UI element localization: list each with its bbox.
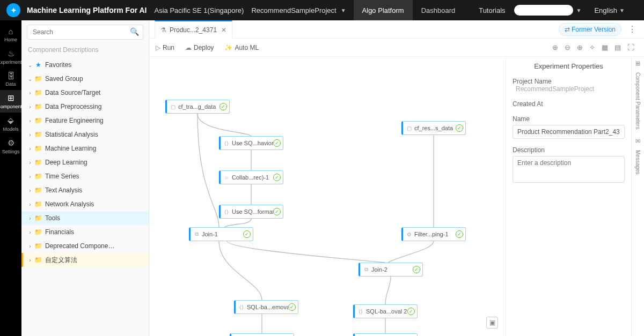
globe-icon[interactable]: ⊕: [577, 43, 583, 51]
sidebar-item[interactable]: ›📁Deep Learning: [21, 155, 149, 169]
tab-label: Produc...2_4371: [170, 26, 217, 34]
rail-components[interactable]: ⊞Components: [0, 90, 21, 113]
former-version-button[interactable]: ⇄ Former Version: [559, 23, 621, 36]
node-join-2[interactable]: ⧉Join-2✓: [358, 263, 423, 277]
sidebar-item-label: Text Analysis: [45, 186, 82, 194]
params-icon: ⊞: [635, 60, 640, 67]
cloud-icon: ☁: [185, 44, 192, 51]
rail-home[interactable]: ⌂Home: [0, 24, 21, 46]
sidebar-item[interactable]: ›📁Network Analysis: [21, 197, 149, 211]
status-success-icon: ✓: [219, 103, 227, 110]
tab-component-parameters[interactable]: Component Parameters: [635, 68, 641, 133]
chevron-down-icon: ▼: [341, 8, 346, 13]
node-full-table-1[interactable]: ▤Full T...tics-1✓: [230, 333, 294, 336]
node-sql-behavior[interactable]: ⟨⟩Use SQ...havior✓: [219, 136, 283, 150]
chevron-right-icon: ›: [27, 160, 33, 166]
sidebar-item[interactable]: ›📁Machine Learning: [21, 141, 149, 155]
nav-algo-platform[interactable]: Algo Platform: [354, 0, 413, 20]
zoom-out-icon[interactable]: ⊖: [565, 43, 570, 51]
name-input[interactable]: [513, 125, 625, 139]
app-title: Machine Learning Platform For AI: [27, 6, 147, 14]
automl-button[interactable]: ✨Auto ML: [224, 44, 259, 51]
rail-models[interactable]: ⬙Models: [0, 113, 21, 135]
chevron-right-icon: ›: [27, 104, 33, 110]
sidebar-item[interactable]: ›📁Feature Engineering: [21, 114, 149, 128]
sidebar-item[interactable]: ⌄★Favorites: [21, 58, 149, 72]
grid-icon[interactable]: ▤: [614, 43, 621, 51]
node-full-table-2[interactable]: ▤Full T...tics-2✓: [353, 333, 418, 336]
description-input[interactable]: [513, 156, 625, 183]
node-sql-removal-2[interactable]: ⟨⟩SQL-ba...oval 2✓: [353, 304, 418, 318]
nav-dashboard[interactable]: Dashboard: [413, 0, 464, 20]
minimap-icon[interactable]: ▣: [486, 317, 498, 328]
folder-icon: 📁: [33, 214, 43, 222]
sidebar-item-label: Deep Learning: [45, 159, 87, 166]
user-menu[interactable]: [514, 5, 573, 16]
workflow-canvas[interactable]: ▢cf_tra...g_data✓ ⟨⟩Use SQ...havior✓ ○Co…: [149, 57, 506, 336]
name-label: Name: [513, 115, 625, 123]
canvas-toolbar: ▷Run ☁Deploy ✨Auto ML ⊕ ⊖ ⊕ ✧ ▦ ▤ ⛶: [149, 39, 644, 57]
region-selector[interactable]: Asia Pacific SE 1(Singapore): [155, 6, 244, 14]
status-success-icon: ✓: [273, 139, 281, 147]
rail-settings[interactable]: ⚙Settings: [0, 135, 21, 158]
sparkle-icon[interactable]: ✧: [589, 43, 595, 51]
sidebar-item-label: Saved Group: [45, 75, 83, 83]
chevron-right-icon: ›: [27, 257, 33, 263]
language-selector[interactable]: English ▼: [594, 6, 632, 14]
chevron-right-icon: ›: [27, 229, 33, 235]
rail-data[interactable]: 🗄Data: [0, 68, 21, 90]
zoom-in-icon[interactable]: ⊕: [552, 43, 558, 51]
close-icon[interactable]: ✕: [221, 26, 226, 34]
node-join-1[interactable]: ⧉Join-1✓: [189, 227, 253, 241]
tabs-row: ⚗ Produc...2_4371 ✕ ⇄ Former Version ⋮: [149, 20, 644, 39]
messages-icon: ✉: [635, 138, 640, 145]
sidebar-item[interactable]: ›📁Tools: [21, 211, 149, 225]
right-rail: ⊞ Component Parameters ✉ Messages: [631, 57, 644, 336]
project-selector[interactable]: RecommendSampleProject ▼: [251, 6, 353, 14]
deploy-button[interactable]: ☁Deploy: [185, 44, 214, 51]
node-collab-rec[interactable]: ○Collab...rec)-1✓: [219, 170, 283, 184]
edges-layer: [149, 57, 506, 336]
node-filter-mapping[interactable]: ⚙Filter...ping-1✓: [401, 227, 466, 241]
project-name-label: Project Name: [513, 78, 552, 85]
chevron-down-icon: ▼: [619, 8, 625, 13]
more-icon[interactable]: ⋮: [626, 24, 639, 34]
gear-icon: ⚙: [8, 138, 14, 148]
sidebar-item[interactable]: ›📁自定义算法: [21, 253, 149, 267]
run-button[interactable]: ▷Run: [156, 44, 174, 51]
search-input[interactable]: [27, 25, 143, 40]
join-icon: ⧉: [193, 231, 200, 237]
sidebar-item-label: Deprecated Compone…: [45, 242, 114, 250]
tab-messages[interactable]: Messages: [635, 146, 641, 179]
status-success-icon: ✓: [456, 230, 463, 238]
layout-icon[interactable]: ▦: [602, 43, 608, 51]
sidebar-item[interactable]: ›📁Data Preprocessing: [21, 100, 149, 114]
sidebar-item[interactable]: ⌄📁Saved Group: [21, 72, 149, 86]
folder-icon: 📁: [33, 75, 43, 83]
experiment-tab[interactable]: ⚗ Produc...2_4371 ✕: [155, 20, 232, 39]
node-sql-format[interactable]: ⟨⟩Use SQ...format✓: [219, 205, 283, 219]
search-icon[interactable]: 🔍: [130, 27, 139, 36]
node-cf-training-data[interactable]: ▢cf_tra...g_data✓: [165, 100, 230, 114]
sidebar-item-label: Time Series: [45, 173, 79, 180]
node-sql-removal[interactable]: ⟨⟩SQL-ba...emoval✓: [234, 300, 298, 314]
chevron-down-icon: ⌄: [27, 76, 33, 82]
node-cf-result-data[interactable]: ▢cf_res...s_data✓: [401, 121, 466, 135]
sidebar-item[interactable]: ›📁Time Series: [21, 169, 149, 183]
table-icon: ▢: [405, 125, 413, 131]
sql-icon: ⟨⟩: [357, 309, 364, 315]
nav-tutorials[interactable]: Tutorials: [479, 6, 505, 14]
fullscreen-icon[interactable]: ⛶: [627, 43, 634, 51]
sidebar-item[interactable]: ›📁Deprecated Compone…: [21, 239, 149, 253]
sidebar-item[interactable]: ›📁Statistical Analysis: [21, 128, 149, 141]
chevron-right-icon: ›: [27, 118, 33, 124]
rail-experiments[interactable]: ♨Experiments: [0, 46, 21, 68]
sidebar-item[interactable]: ›📁Text Analysis: [21, 183, 149, 197]
spark-icon: ✨: [224, 44, 232, 51]
folder-icon: 📁: [33, 145, 43, 152]
status-success-icon: ✓: [273, 174, 281, 181]
status-success-icon: ✓: [243, 230, 251, 238]
sidebar-item[interactable]: ›📁Data Source/Target: [21, 86, 149, 100]
sidebar-item[interactable]: ›📁Financials: [21, 225, 149, 239]
status-success-icon: ✓: [288, 303, 296, 311]
